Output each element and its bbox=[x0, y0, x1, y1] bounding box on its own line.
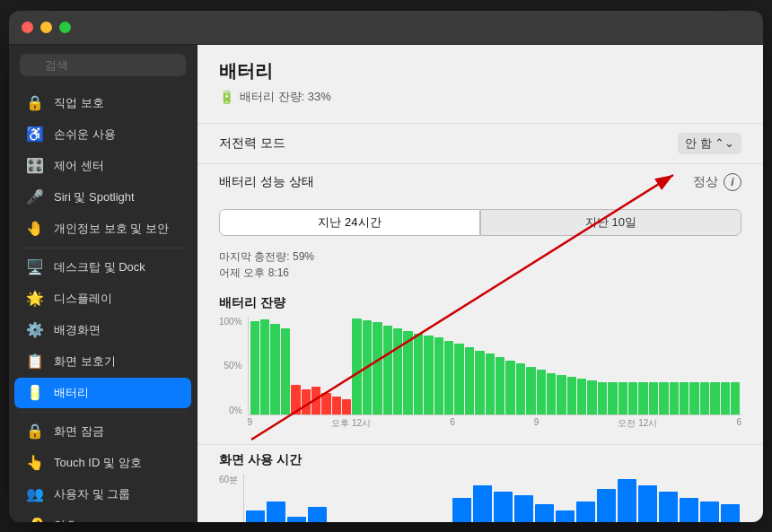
sidebar-item-screensaver[interactable]: 📋 화면 보호기 bbox=[14, 346, 191, 377]
battery-bar bbox=[547, 373, 556, 414]
battery-y-labels: 100% 50% 0% bbox=[219, 317, 242, 433]
maximize-button[interactable] bbox=[59, 22, 71, 33]
sidebar-item-label: Touch ID 및 암호 bbox=[54, 455, 142, 471]
sidebar-item-siri[interactable]: 🎤 Siri 및 Spotlight bbox=[14, 182, 191, 213]
accessibility-icon: ♿ bbox=[25, 125, 45, 144]
battery-bar bbox=[424, 336, 433, 414]
sidebar-item-lock[interactable]: 🔒 화면 잠금 bbox=[14, 416, 191, 447]
tab-24h[interactable]: 지난 24시간 bbox=[219, 209, 480, 236]
main-header: 배터리 🔋 배터리 잔량: 33% bbox=[197, 45, 763, 123]
x-label-6b: 6 bbox=[736, 417, 741, 430]
screen-bar bbox=[473, 485, 492, 521]
low-power-dropdown[interactable]: 안 함 ⌃⌄ bbox=[678, 133, 741, 154]
sidebar-item-unknown1[interactable]: 🔒 직업 보호 bbox=[14, 88, 191, 118]
sidebar-item-passwords[interactable]: 🔑 암호 bbox=[14, 510, 191, 522]
battery-bar bbox=[670, 382, 679, 414]
sidebar-item-label: 개인정보 보호 및 보안 bbox=[54, 221, 169, 237]
battery-bars-container: 9 오후 12시 6 9 오전 12시 6 bbox=[248, 317, 741, 433]
tabs-row: 지난 24시간 지난 10일 bbox=[197, 200, 763, 245]
battery-bars-wrapper bbox=[248, 317, 741, 415]
screen-bar bbox=[308, 507, 327, 521]
search-input[interactable] bbox=[20, 54, 186, 76]
screen-bar bbox=[267, 501, 285, 522]
screen-bar bbox=[659, 492, 678, 521]
battery-bar bbox=[250, 321, 259, 414]
battery-chart-title: 배터리 잔량 bbox=[219, 295, 741, 311]
last-charge-info: 마지막 충전량: 59% 어제 오후 8:16 bbox=[197, 245, 763, 288]
screen-bar bbox=[638, 485, 657, 521]
battery-bar bbox=[352, 318, 361, 414]
minimize-button[interactable] bbox=[40, 22, 52, 33]
battery-bar bbox=[444, 341, 453, 414]
sidebar-item-label: 데스크탑 및 Dock bbox=[54, 259, 145, 275]
battery-bar bbox=[608, 382, 617, 414]
screen-y-labels: 60분 30분 bbox=[219, 474, 238, 522]
close-button[interactable] bbox=[22, 22, 33, 33]
battery-bar bbox=[270, 324, 279, 414]
battery-bar bbox=[516, 363, 525, 414]
lock-icon: 🔒 bbox=[25, 422, 45, 441]
screen-bar bbox=[721, 504, 740, 522]
sidebar-item-wallpaper[interactable]: ⚙️ 배경화면 bbox=[14, 315, 191, 345]
info-button[interactable]: i bbox=[724, 173, 741, 191]
x-label-6: 6 bbox=[450, 417, 455, 430]
main-panel: 배터리 🔋 배터리 잔량: 33% 저전력 모드 안 함 ⌃⌄ bbox=[197, 45, 763, 522]
screen-bar bbox=[680, 498, 698, 521]
sidebar-item-touchid[interactable]: 👆 Touch ID 및 암호 bbox=[14, 448, 191, 478]
screen-bar bbox=[618, 479, 636, 521]
screen-bar bbox=[246, 510, 265, 522]
y-label-50: 50% bbox=[224, 361, 242, 371]
battery-bar bbox=[680, 382, 689, 414]
sidebar-item-label: Siri 및 Spotlight bbox=[54, 189, 135, 205]
battery-bar bbox=[454, 344, 463, 414]
tab-10d[interactable]: 지난 10일 bbox=[480, 209, 741, 236]
sidebar-item-label: 제어 센터 bbox=[54, 158, 104, 174]
battery-bar bbox=[649, 382, 658, 414]
low-power-value: 안 함 bbox=[685, 135, 712, 152]
sidebar-item-label: 화면 잠금 bbox=[54, 423, 104, 440]
battery-perf-row: 배터리 성능 상태 정상 i bbox=[197, 163, 763, 200]
perf-right: 정상 i bbox=[693, 173, 741, 191]
sidebar-item-users[interactable]: 👥 사용자 및 그룹 bbox=[14, 479, 191, 510]
sidebar-item-accessibility[interactable]: ♿ 손쉬운 사용 bbox=[14, 119, 191, 150]
battery-bar bbox=[710, 382, 719, 414]
sidebar-item-control-center[interactable]: 🎛️ 제어 센터 bbox=[14, 151, 191, 181]
battery-bar bbox=[505, 361, 514, 414]
users-icon: 👥 bbox=[25, 484, 45, 504]
battery-bar bbox=[526, 367, 535, 414]
sidebar-item-privacy[interactable]: 🤚 개인정보 보호 및 보안 bbox=[14, 214, 191, 244]
battery-status-text: 배터리 잔량: 33% bbox=[240, 89, 331, 105]
battery-bar bbox=[363, 320, 372, 414]
battery-bar bbox=[414, 334, 423, 414]
battery-bar bbox=[403, 331, 412, 414]
x-label-9: 9 bbox=[248, 417, 253, 430]
perf-label: 배터리 성능 상태 bbox=[219, 174, 314, 190]
battery-bar bbox=[383, 326, 392, 414]
last-charge-line1: 마지막 충전량: 59% bbox=[219, 249, 741, 265]
unknown1-icon: 🔒 bbox=[25, 93, 45, 113]
battery-bar bbox=[260, 319, 269, 414]
sidebar-item-label: 손쉬운 사용 bbox=[54, 126, 116, 143]
battery-bar bbox=[321, 393, 330, 414]
battery-bar bbox=[311, 387, 320, 414]
desktop-icon: 🖥️ bbox=[25, 257, 45, 277]
sidebar-item-display[interactable]: 🌟 디스플레이 bbox=[14, 283, 191, 314]
screen-usage-title: 화면 사용 시간 bbox=[219, 452, 741, 468]
screen-bar bbox=[700, 501, 719, 522]
battery-bar bbox=[567, 377, 576, 414]
siri-icon: 🎤 bbox=[25, 188, 45, 207]
touchid-icon: 👆 bbox=[25, 453, 45, 473]
battery-chart-section: 배터리 잔량 100% 50% 0% 9 오후 12시 bbox=[197, 288, 763, 444]
battery-bar bbox=[618, 382, 627, 414]
battery-bar bbox=[700, 382, 709, 414]
screen-bar bbox=[556, 510, 575, 522]
sidebar-item-desktop[interactable]: 🖥️ 데스크탑 및 Dock bbox=[14, 252, 191, 283]
battery-bar bbox=[465, 347, 474, 414]
sidebar-divider-2 bbox=[20, 412, 186, 413]
y-label-60: 60분 bbox=[219, 474, 238, 486]
sidebar-item-battery[interactable]: 🔋 배터리 bbox=[14, 378, 191, 408]
battery-main-title: 배터리 bbox=[219, 59, 273, 83]
wallpaper-icon: ⚙️ bbox=[25, 320, 45, 340]
low-power-value-container: 안 함 ⌃⌄ bbox=[678, 133, 741, 154]
low-power-row: 저전력 모드 안 함 ⌃⌄ bbox=[197, 123, 763, 163]
